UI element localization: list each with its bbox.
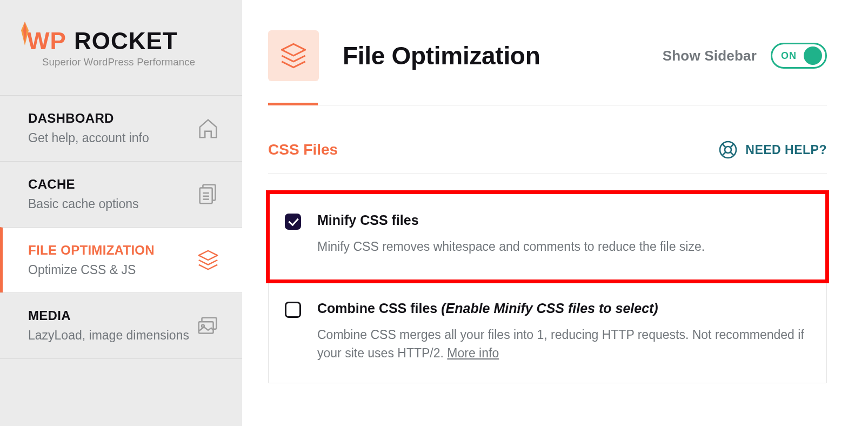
documents-icon (196, 182, 221, 207)
option-title-text: Combine CSS files (317, 301, 441, 316)
nav-title: CACHE (28, 177, 189, 192)
toggle-state-label: ON (781, 50, 797, 62)
logo-rocket-text: ROCKET (74, 29, 178, 53)
help-label: NEED HELP? (745, 143, 827, 157)
show-sidebar-toggle[interactable]: ON (771, 43, 827, 69)
svg-line-12 (722, 152, 726, 156)
tab-divider (268, 105, 827, 105)
nav-subtitle: LazyLoad, image dimensions (28, 328, 189, 343)
toggle-knob (804, 46, 822, 65)
option-hint: (Enable Minify CSS files to select) (441, 301, 658, 316)
more-info-link[interactable]: More info (447, 346, 499, 360)
combine-css-checkbox[interactable] (285, 302, 301, 318)
sidebar-nav: DASHBOARD Get help, account info CACHE B… (0, 95, 242, 359)
option-title: Minify CSS files (317, 212, 810, 228)
css-options-panel: Minify CSS files Minify CSS removes whit… (268, 192, 827, 383)
home-icon (196, 116, 221, 141)
option-minify-css: Minify CSS files Minify CSS removes whit… (269, 193, 826, 281)
nav-subtitle: Get help, account info (28, 130, 189, 146)
main-content: File Optimization Show Sidebar ON CSS Fi… (242, 0, 868, 426)
nav-title: MEDIA (28, 308, 189, 323)
option-desc-text: Combine CSS merges all your files into 1… (317, 328, 804, 360)
svg-line-13 (731, 152, 735, 156)
nav-subtitle: Basic cache options (28, 196, 189, 212)
minify-css-checkbox[interactable] (285, 214, 301, 230)
svg-line-10 (722, 144, 726, 148)
active-tab-indicator (268, 103, 318, 105)
show-sidebar-label: Show Sidebar (663, 48, 757, 64)
nav-title: DASHBOARD (28, 111, 189, 126)
section-header: CSS Files NEED HELP? (268, 140, 827, 174)
svg-point-9 (725, 147, 731, 153)
sidebar: WP ROCKET Superior WordPress Performance… (0, 0, 242, 426)
page-title: File Optimization (343, 41, 540, 70)
svg-line-11 (731, 144, 735, 148)
images-icon (196, 314, 221, 338)
page-header: File Optimization Show Sidebar ON (268, 30, 827, 105)
page-icon (268, 30, 319, 81)
nav-title: FILE OPTIMIZATION (28, 243, 189, 258)
need-help-link[interactable]: NEED HELP? (718, 140, 827, 159)
layers-icon (196, 248, 221, 272)
sidebar-item-cache[interactable]: CACHE Basic cache options (0, 161, 242, 227)
nav-subtitle: Optimize CSS & JS (28, 262, 189, 278)
logo-wp-text: WP (27, 29, 66, 53)
sidebar-item-media[interactable]: MEDIA LazyLoad, image dimensions (0, 292, 242, 359)
option-description: Minify CSS removes whitespace and commen… (317, 238, 810, 256)
option-description: Combine CSS merges all your files into 1… (317, 326, 810, 362)
rocket-icon (18, 22, 31, 45)
sidebar-item-dashboard[interactable]: DASHBOARD Get help, account info (0, 95, 242, 161)
option-combine-css: Combine CSS files (Enable Minify CSS fil… (269, 281, 826, 383)
sidebar-item-file-optimization[interactable]: FILE OPTIMIZATION Optimize CSS & JS (0, 227, 242, 293)
option-title: Combine CSS files (Enable Minify CSS fil… (317, 301, 810, 316)
logo-tagline: Superior WordPress Performance (42, 56, 215, 68)
section-title: CSS Files (268, 141, 338, 158)
brand-logo: WP ROCKET Superior WordPress Performance (0, 0, 242, 95)
lifebuoy-icon (718, 140, 738, 159)
